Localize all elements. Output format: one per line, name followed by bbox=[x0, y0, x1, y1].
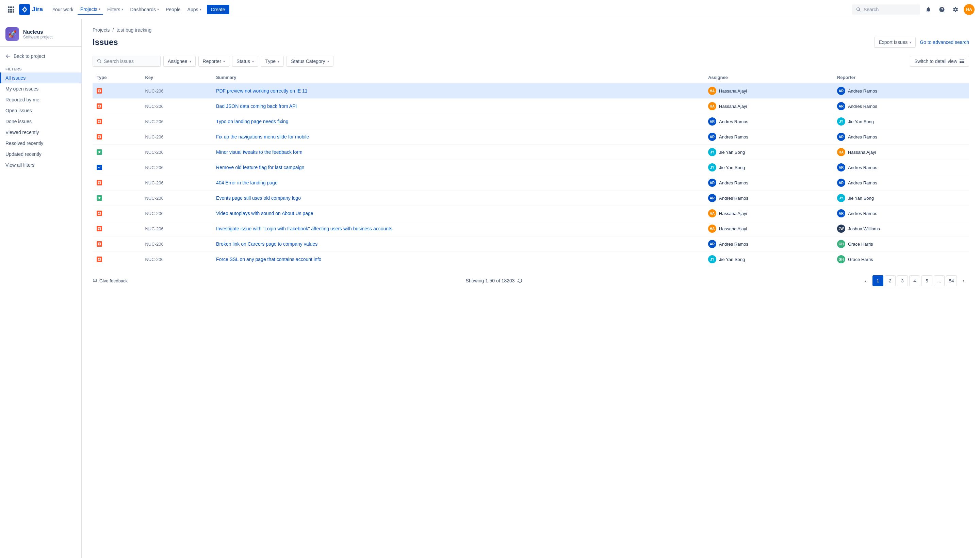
page-3-button[interactable]: 3 bbox=[897, 275, 908, 286]
refresh-icon[interactable] bbox=[517, 278, 522, 283]
reporter-filter-label: Reporter bbox=[203, 59, 221, 64]
sidebar-item-reported-by-me[interactable]: Reported by me bbox=[0, 94, 81, 105]
reporter-name: Jie Yan Song bbox=[848, 119, 874, 124]
grid-icon[interactable] bbox=[5, 4, 16, 15]
cell-key: NUC-206 bbox=[141, 144, 212, 160]
cell-reporter: AR Andres Ramos bbox=[833, 206, 969, 221]
cell-type bbox=[92, 98, 141, 114]
type-filter[interactable]: Type ▾ bbox=[261, 56, 284, 67]
search-issues-icon bbox=[97, 59, 102, 64]
sidebar-item-my-open-issues[interactable]: My open issues bbox=[0, 84, 81, 94]
cell-assignee: HA Hassana Ajayi bbox=[704, 83, 833, 98]
back-to-project-button[interactable]: Back to project bbox=[0, 51, 81, 62]
issue-summary[interactable]: Fix up the navigations menu slide for mo… bbox=[216, 134, 309, 140]
assignee-name: Hassana Ajayi bbox=[719, 104, 747, 109]
issue-summary[interactable]: 404 Error in the landing page bbox=[216, 180, 277, 185]
svg-rect-15 bbox=[962, 62, 964, 63]
create-button[interactable]: Create bbox=[207, 5, 229, 14]
col-reporter[interactable]: Reporter bbox=[833, 72, 969, 83]
next-page-button[interactable]: › bbox=[958, 275, 969, 286]
give-feedback-button[interactable]: Give feedback bbox=[92, 278, 128, 284]
breadcrumb-projects[interactable]: Projects bbox=[92, 27, 110, 33]
table-row[interactable]: NUC-206 Video autoplays with sound on Ab… bbox=[92, 206, 969, 221]
issue-summary[interactable]: Video autoplays with sound on About Us p… bbox=[216, 211, 313, 216]
issue-summary[interactable]: Broken link on Careers page to company v… bbox=[216, 241, 317, 247]
table-row[interactable]: NUC-206 Minor visual tweaks to the feedb… bbox=[92, 144, 969, 160]
sidebar-item-open-issues[interactable]: Open issues bbox=[0, 105, 81, 116]
nav-your-work[interactable]: Your work bbox=[50, 5, 76, 14]
table-row[interactable]: NUC-206 Fix up the navigations menu slid… bbox=[92, 129, 969, 144]
global-search[interactable] bbox=[852, 5, 920, 15]
nav-dashboards[interactable]: Dashboards ▾ bbox=[127, 5, 162, 14]
sidebar-item-view-all-filters[interactable]: View all filters bbox=[0, 159, 81, 171]
assignee-filter[interactable]: Assignee ▾ bbox=[163, 56, 196, 67]
issue-summary[interactable]: Bad JSON data coming back from API bbox=[216, 103, 297, 109]
page-2-button[interactable]: 2 bbox=[885, 275, 896, 286]
sidebar-item-resolved-recently[interactable]: Resolved recently bbox=[0, 138, 81, 149]
rocket-icon: 🚀 bbox=[8, 30, 17, 38]
issue-summary[interactable]: Force SSL on any page that contains acco… bbox=[216, 256, 321, 262]
table-row[interactable]: NUC-206 Broken link on Careers page to c… bbox=[92, 236, 969, 252]
settings-button[interactable] bbox=[950, 4, 961, 15]
col-type[interactable]: Type bbox=[92, 72, 141, 83]
sidebar-item-all-issues[interactable]: All issues bbox=[0, 72, 81, 84]
sidebar-item-done-issues[interactable]: Done issues bbox=[0, 116, 81, 127]
table-header: Type Key Summary Assignee Reporter bbox=[92, 72, 969, 83]
issue-summary[interactable]: Minor visual tweaks to the feedback form bbox=[216, 149, 302, 155]
issue-summary[interactable]: Events page still uses old company logo bbox=[216, 195, 301, 201]
page-5-button[interactable]: 5 bbox=[921, 275, 932, 286]
table-row[interactable]: NUC-206 Remove old feature flag for last… bbox=[92, 160, 969, 175]
advanced-search-link[interactable]: Go to advanced search bbox=[920, 39, 969, 45]
table-row[interactable]: NUC-206 PDF preview not working correctl… bbox=[92, 83, 969, 98]
issue-summary[interactable]: Remove old feature flag for last campaig… bbox=[216, 165, 304, 170]
done-issues-label: Done issues bbox=[5, 119, 32, 124]
assignee-name: Andres Ramos bbox=[719, 241, 748, 247]
notifications-button[interactable] bbox=[923, 4, 934, 15]
page-1-button[interactable]: 1 bbox=[872, 275, 883, 286]
issue-key: NUC-206 bbox=[145, 195, 163, 201]
table-row[interactable]: NUC-206 Bad JSON data coming back from A… bbox=[92, 98, 969, 114]
sidebar-item-updated-recently[interactable]: Updated recently bbox=[0, 149, 81, 159]
help-button[interactable] bbox=[936, 4, 947, 15]
export-issues-button[interactable]: Export Issues ▾ bbox=[874, 37, 916, 48]
nav-filters[interactable]: Filters ▾ bbox=[105, 5, 126, 14]
nav-projects[interactable]: Projects ▾ bbox=[77, 5, 103, 15]
table-row[interactable]: NUC-206 Events page still uses old compa… bbox=[92, 190, 969, 206]
table-row[interactable]: NUC-206 Typo on landing page needs fixin… bbox=[92, 114, 969, 129]
table-row[interactable]: NUC-206 404 Error in the landing page AR… bbox=[92, 175, 969, 190]
table-row[interactable]: NUC-206 Investigate issue with "Login wi… bbox=[92, 221, 969, 236]
table-row[interactable]: NUC-206 Force SSL on any page that conta… bbox=[92, 252, 969, 267]
col-assignee[interactable]: Assignee bbox=[704, 72, 833, 83]
svg-rect-1 bbox=[10, 7, 12, 8]
jira-logo[interactable]: Jira bbox=[19, 4, 43, 15]
issue-summary[interactable]: Investigate issue with "Login with Faceb… bbox=[216, 226, 392, 231]
nav-apps[interactable]: Apps ▾ bbox=[185, 5, 204, 14]
detail-view-button[interactable]: Switch to detail view bbox=[910, 56, 969, 67]
search-issues-container[interactable] bbox=[92, 56, 161, 67]
assignee-name: Andres Ramos bbox=[719, 195, 748, 201]
svg-rect-3 bbox=[8, 9, 10, 11]
breadcrumb-project-name[interactable]: test bug tracking bbox=[117, 27, 151, 33]
col-key[interactable]: Key bbox=[141, 72, 212, 83]
user-avatar[interactable]: HA bbox=[964, 4, 975, 15]
issue-summary[interactable]: Typo on landing page needs fixing bbox=[216, 119, 289, 124]
issue-summary[interactable]: PDF preview not working correctly on IE … bbox=[216, 88, 307, 94]
reporter-filter[interactable]: Reporter ▾ bbox=[199, 56, 229, 67]
col-summary[interactable]: Summary bbox=[212, 72, 704, 83]
status-filter[interactable]: Status ▾ bbox=[232, 56, 258, 67]
page-54-button[interactable]: 54 bbox=[946, 275, 957, 286]
svg-rect-2 bbox=[13, 7, 14, 8]
sidebar-item-viewed-recently[interactable]: Viewed recently bbox=[0, 127, 81, 138]
page-title: Issues bbox=[92, 38, 118, 47]
page-4-button[interactable]: 4 bbox=[909, 275, 920, 286]
prev-page-button[interactable]: ‹ bbox=[860, 275, 871, 286]
all-issues-label: All issues bbox=[5, 75, 26, 80]
assignee-avatar: AR bbox=[708, 240, 716, 248]
search-issues-input[interactable] bbox=[104, 59, 148, 64]
search-input[interactable] bbox=[863, 7, 911, 12]
status-category-filter-label: Status Category bbox=[291, 59, 325, 64]
project-icon: 🚀 bbox=[5, 27, 19, 41]
cell-summary: Minor visual tweaks to the feedback form bbox=[212, 144, 704, 160]
nav-people[interactable]: People bbox=[163, 5, 184, 14]
status-category-filter[interactable]: Status Category ▾ bbox=[287, 56, 333, 67]
